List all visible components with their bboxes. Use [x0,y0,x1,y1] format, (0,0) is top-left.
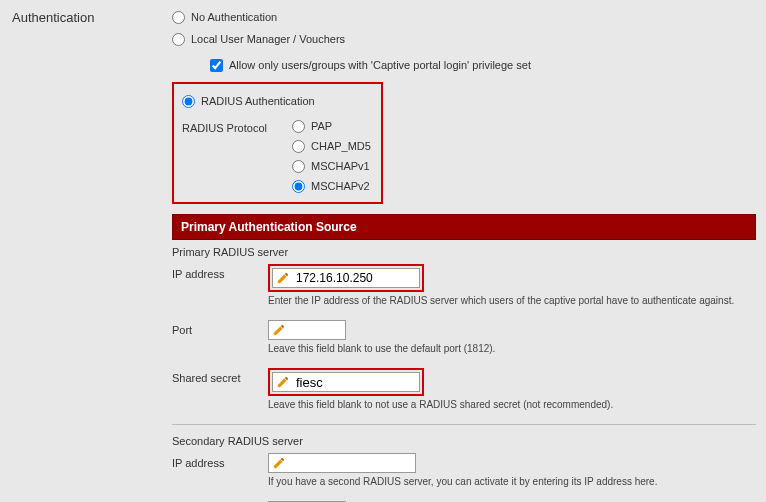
auth-radius-label: RADIUS Authentication [201,95,315,107]
primary-port-input[interactable] [289,322,345,338]
radius-highlight-box: RADIUS Authentication RADIUS Protocol PA… [172,82,383,204]
allow-only-check[interactable] [210,59,223,72]
proto-mschapv1-label: MSCHAPv1 [311,160,370,172]
primary-radius-title: Primary RADIUS server [172,246,756,258]
secondary-radius-title: Secondary RADIUS server [172,435,756,447]
primary-secret-input[interactable] [293,374,419,390]
auth-local-radio[interactable] [172,33,185,46]
primary-port-label: Port [172,320,268,336]
primary-port-help: Leave this field blank to use the defaul… [268,343,756,354]
proto-mschapv2-radio[interactable] [292,180,305,193]
secondary-ip-input[interactable] [289,455,415,471]
proto-pap-label: PAP [311,120,332,132]
secondary-ip-label: IP address [172,453,268,469]
primary-secret-label: Shared secret [172,368,268,384]
proto-pap-radio[interactable] [292,120,305,133]
secondary-ip-help: If you have a second RADIUS server, you … [268,476,756,487]
proto-mschapv1-radio[interactable] [292,160,305,173]
primary-ip-highlight [268,264,424,292]
pencil-icon [275,270,291,286]
pencil-icon [271,322,287,338]
primary-secret-highlight [268,368,424,396]
auth-none-radio[interactable] [172,11,185,24]
radius-protocol-label: RADIUS Protocol [182,116,292,134]
proto-chap-label: CHAP_MD5 [311,140,371,152]
proto-chap-radio[interactable] [292,140,305,153]
allow-only-label: Allow only users/groups with 'Captive po… [229,59,531,71]
primary-section-header: Primary Authentication Source [172,214,756,240]
auth-radius-radio[interactable] [182,95,195,108]
primary-ip-label: IP address [172,264,268,280]
primary-secret-help: Leave this field blank to not use a RADI… [268,399,756,410]
divider [172,424,756,425]
auth-none-label: No Authentication [191,11,277,23]
primary-ip-help: Enter the IP address of the RADIUS serve… [268,295,756,306]
proto-mschapv2-label: MSCHAPv2 [311,180,370,192]
primary-ip-input[interactable] [293,270,419,286]
section-label: Authentication [12,6,172,25]
auth-local-label: Local User Manager / Vouchers [191,33,345,45]
pencil-icon [271,455,287,471]
pencil-icon [275,374,291,390]
